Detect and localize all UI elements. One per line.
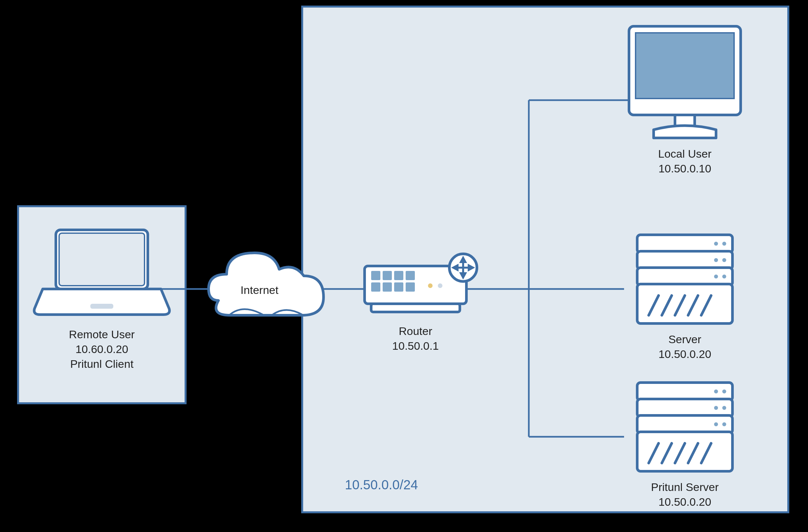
svg-point-46	[714, 406, 718, 410]
svg-point-44	[714, 389, 718, 393]
cloud-label: Internet	[240, 284, 278, 296]
svg-rect-7	[394, 271, 403, 280]
remote-user-ip: 10.60.0.20	[76, 343, 128, 355]
svg-point-30	[722, 242, 726, 246]
pritunl-server-title: Pritunl Server	[651, 481, 719, 493]
router-title: Router	[399, 325, 432, 337]
svg-point-34	[722, 275, 726, 278]
svg-rect-6	[383, 271, 392, 280]
pritunl-server-icon	[637, 383, 732, 471]
svg-rect-23	[636, 33, 734, 98]
svg-rect-10	[383, 282, 392, 292]
svg-point-49	[722, 422, 726, 426]
svg-rect-1	[59, 233, 145, 286]
svg-point-29	[714, 242, 718, 246]
svg-rect-4	[371, 304, 460, 312]
svg-rect-2	[90, 304, 113, 309]
server-title: Server	[668, 333, 701, 346]
svg-point-48	[714, 422, 718, 426]
svg-point-13	[428, 283, 433, 288]
local-user-ip: 10.50.0.10	[659, 162, 712, 175]
svg-rect-9	[371, 282, 380, 292]
local-user-title: Local User	[658, 147, 712, 160]
remote-user-client: Pritunl Client	[70, 357, 134, 370]
server-ip: 10.50.0.20	[659, 348, 712, 360]
svg-rect-28	[637, 284, 732, 324]
svg-point-45	[722, 389, 726, 393]
svg-point-32	[722, 258, 726, 262]
svg-rect-8	[406, 271, 415, 280]
svg-rect-5	[371, 271, 380, 280]
lan-cidr: 10.50.0.0/24	[345, 477, 418, 492]
svg-rect-43	[637, 432, 732, 471]
server-icon	[637, 235, 732, 324]
svg-point-31	[714, 258, 718, 262]
network-diagram: Remote User 10.60.0.20 Pritunl Client In…	[0, 0, 808, 532]
remote-user-title: Remote User	[69, 328, 135, 341]
pritunl-server-ip: 10.50.0.20	[659, 496, 712, 508]
svg-point-33	[714, 275, 718, 278]
svg-point-47	[722, 406, 726, 410]
svg-point-14	[438, 283, 442, 288]
router-ip: 10.50.0.1	[392, 340, 439, 352]
svg-rect-12	[406, 282, 415, 292]
svg-rect-11	[394, 282, 403, 292]
